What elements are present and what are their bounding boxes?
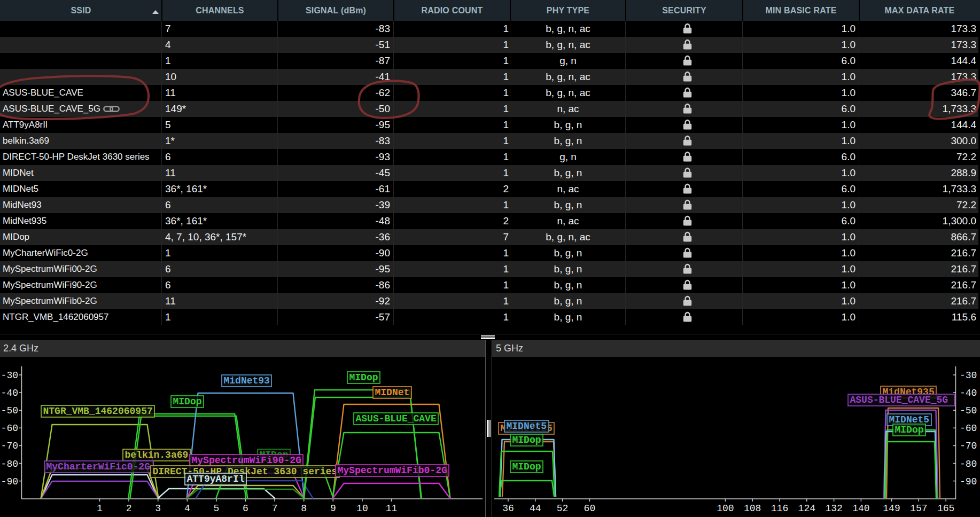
svg-text:116: 116 [771, 503, 788, 514]
svg-text:MIDop: MIDop [173, 396, 202, 407]
svg-text:belkin.3a69: belkin.3a69 [125, 450, 189, 460]
svg-text:11: 11 [386, 503, 398, 514]
svg-text:2: 2 [126, 503, 132, 514]
svg-text:10: 10 [356, 503, 368, 514]
svg-text:-90: -90 [1, 476, 18, 487]
svg-text:-50: -50 [1, 405, 18, 416]
svg-text:1: 1 [97, 503, 103, 514]
svg-text:140: 140 [852, 503, 869, 514]
svg-text:-80: -80 [960, 459, 977, 469]
svg-text:MIDNet: MIDNet [375, 387, 410, 398]
svg-text:44: 44 [530, 503, 541, 514]
svg-text:-60: -60 [960, 423, 977, 434]
svg-text:MySpectrumWiFib0-2G: MySpectrumWiFib0-2G [338, 465, 447, 476]
svg-text:MIDop: MIDop [512, 435, 541, 445]
svg-text:165: 165 [937, 503, 954, 514]
svg-text:7: 7 [272, 503, 278, 514]
svg-text:-60: -60 [1, 423, 18, 434]
svg-text:108: 108 [744, 503, 761, 514]
svg-text:132: 132 [825, 503, 842, 514]
svg-text:MidNet93: MidNet93 [224, 375, 270, 386]
svg-text:157: 157 [910, 503, 927, 514]
svg-text:36: 36 [502, 503, 514, 514]
svg-text:MIDop: MIDop [895, 425, 924, 435]
svg-text:9: 9 [330, 503, 336, 514]
svg-text:8: 8 [301, 503, 307, 514]
svg-text:4: 4 [184, 503, 190, 514]
svg-text:149: 149 [883, 503, 900, 514]
svg-text:NTGR_VMB_1462060957: NTGR_VMB_1462060957 [43, 406, 153, 417]
svg-text:-80: -80 [1, 459, 18, 469]
svg-text:52: 52 [557, 503, 569, 514]
svg-text:MIDop: MIDop [512, 461, 541, 472]
svg-text:ASUS-BLUE_CAVE_5G: ASUS-BLUE_CAVE_5G [850, 395, 948, 405]
svg-text:-40: -40 [1, 388, 18, 398]
svg-text:-40: -40 [960, 388, 977, 398]
svg-text:MIDNet5: MIDNet5 [507, 421, 547, 432]
svg-text:-30: -30 [960, 370, 977, 381]
svg-text:124: 124 [798, 503, 815, 514]
svg-text:ASUS-BLUE_CAVE: ASUS-BLUE_CAVE [356, 413, 437, 424]
svg-text:-70: -70 [1, 441, 18, 451]
svg-text:5: 5 [213, 503, 219, 514]
svg-text:MIDop: MIDop [349, 372, 378, 383]
svg-text:-90: -90 [960, 476, 977, 487]
svg-text:MyCharterWiFic0-2G: MyCharterWiFic0-2G [46, 461, 150, 472]
svg-text:100: 100 [717, 503, 734, 514]
svg-text:3: 3 [155, 503, 161, 514]
svg-text:ATT9yA8rIl: ATT9yA8rIl [187, 474, 245, 484]
svg-text:MySpectrumWiFi90-2G: MySpectrumWiFi90-2G [192, 455, 301, 466]
svg-text:-50: -50 [960, 405, 977, 416]
svg-text:6: 6 [243, 503, 248, 514]
svg-text:60: 60 [584, 503, 596, 514]
svg-text:-30: -30 [1, 370, 18, 381]
svg-text:-70: -70 [960, 441, 977, 451]
